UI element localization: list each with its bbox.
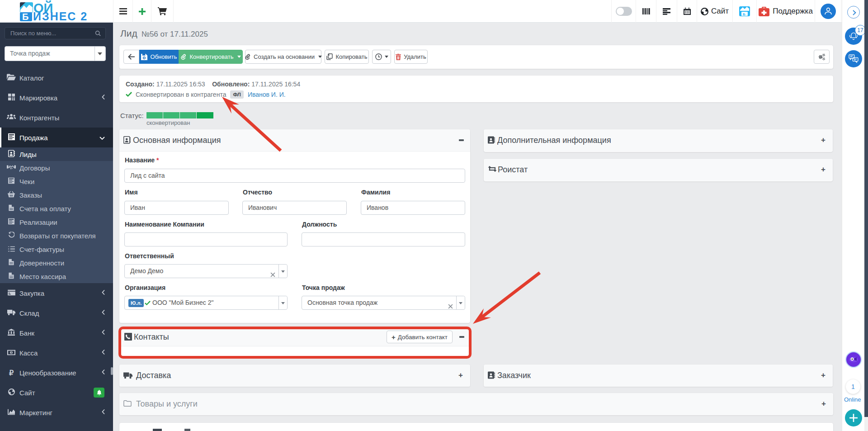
svg-text:Б: Б (22, 12, 28, 22)
svg-text:Б: Б (743, 12, 745, 16)
svg-text:ИЗНЕС 2: ИЗНЕС 2 (33, 10, 88, 23)
